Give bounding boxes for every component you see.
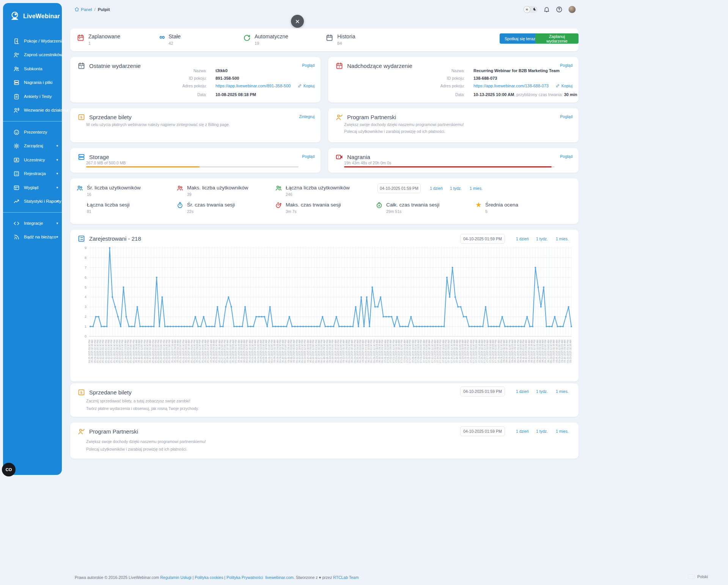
sidebar-item-integracje[interactable]: Integracje ▾ [3,218,62,229]
svg-text:05-20-2025 12:00 PM: 05-20-2025 12:00 PM [157,340,160,363]
sidebar-item-zapros-uczestnikow[interactable]: Zaproś uczestników [3,49,62,60]
date-range-input[interactable] [460,386,505,396]
recordings-usage: 19h 43m 48s of 20h 0m 0s [344,161,391,165]
chevron-down-icon: ▾ [56,221,58,225]
range-1-day-link[interactable]: 1 dzień [516,389,529,394]
svg-text:05-09-2025 02:30 PM: 05-09-2025 02:30 PM [94,340,96,363]
site-link[interactable]: livewebinar.com [265,575,294,580]
field-label: Nazwa: [146,68,207,73]
view-link[interactable]: Pogląd [302,63,314,68]
svg-text:05-24-2025 10:00 AM: 05-24-2025 10:00 AM [204,340,207,363]
sidebar-item-prezenterzy[interactable]: Prezenterzy [3,126,62,138]
range-1-week-link[interactable]: 1 tydz. [536,389,548,394]
sidebar-item-statystyki-i-raporty[interactable]: Statystyki i Raporty ▾ [3,196,62,207]
sidebar-item-pokoje-wydarzenia[interactable]: Pokoje / Wydarzenia [3,35,62,47]
svg-text:06-12-2025 02:30 PM: 06-12-2025 02:30 PM [296,340,298,363]
schedule-event-button[interactable]: Zaplanuj wydarzenie [535,33,579,44]
view-link[interactable]: Pogląd [302,154,314,159]
sidebar-item-label: Subkonta [24,66,42,71]
sidebar-item-label: Statystyki i Raporty [24,199,61,203]
view-link[interactable]: Pogląd [560,63,572,68]
meet-now-button[interactable]: Spotkaj się teraz [500,33,540,44]
sidebar-item-badz-na-biezaco[interactable]: Bądź na bieżąco ▾ [3,231,62,243]
metric-avg-users: Śr. liczba użytkowników16 [76,184,141,197]
sidebar-item-wyglad[interactable]: Wygląd ▾ [3,182,62,193]
sidebar-item-label: Pokoje / Wydarzenia [24,39,64,43]
svg-text:07-24-2025 11:30 AM: 07-24-2025 11:30 AM [478,340,481,363]
range-1-month-link[interactable]: 1 mies. [556,389,569,394]
range-1-month-link[interactable]: 1 mies. [556,237,569,241]
svg-text:07-13-2025 11:00 AM: 07-13-2025 11:00 AM [434,340,436,363]
cookies-policy-link[interactable]: Polityka cookies [195,575,223,580]
range-1-day-link[interactable]: 1 dzień [430,186,443,191]
date-range-input[interactable] [460,234,505,244]
sidebar-item-zarzadzaj[interactable]: Zarządzaj ▾ [3,140,62,151]
svg-text:05-20-2025 01:00 PM: 05-20-2025 01:00 PM [160,340,162,363]
svg-text:06-11-2025 01:00 PM: 06-11-2025 01:00 PM [290,340,292,363]
copy-link[interactable]: Kopiuj [297,84,314,88]
chevron-down-icon: ▾ [56,186,58,189]
recordings-progress-track [344,166,555,167]
svg-text:05-20-2025 04:30 PM: 05-20-2025 04:30 PM [165,340,168,363]
view-link[interactable]: Pogląd [560,114,572,119]
sidebar-item-nagrania-i-pliki[interactable]: Nagrania i pliki [3,77,62,88]
range-1-month-link[interactable]: 1 mies. [556,429,569,434]
svg-text:05-23-2025 04:00 PM: 05-23-2025 04:00 PM [201,340,204,363]
room-url-link[interactable]: https://app.livewebinar.com/138-688-073 [473,84,549,88]
svg-text:06-19-2025 11:30 AM: 06-19-2025 11:30 AM [329,340,331,363]
svg-text:07-10-2025 03:00 PM: 07-10-2025 03:00 PM [425,340,428,363]
svg-text:07-06-2025 11:00 AM: 07-06-2025 11:00 AM [403,340,406,363]
chevron-down-icon: ▾ [56,235,58,239]
sidebar-item-subkonta[interactable]: Subkonta [3,63,62,74]
svg-text:06-27-2025 02:30 PM: 06-27-2025 02:30 PM [370,340,373,363]
home-icon [74,7,79,12]
svg-text:07-04-2025 10:30 AM: 07-04-2025 10:30 AM [398,340,400,363]
infinity-icon: ∞ [159,33,165,46]
view-link[interactable]: Pogląd [560,154,572,159]
range-1-day-link[interactable]: 1 dzień [516,429,529,434]
sidebar-item-uczestnicy[interactable]: Uczestnicy ▾ [3,154,62,166]
svg-text:07-10-2025 11:30 AM: 07-10-2025 11:30 AM [423,340,425,363]
range-1-day-link[interactable]: 1 dzień [516,237,529,241]
range-1-month-link[interactable]: 1 mies. [470,186,483,191]
range-1-week-link[interactable]: 1 tydz. [450,186,462,191]
sidebar-item-ankiety-i-testy[interactable]: Ankiety i Testy [3,91,62,102]
theme-toggle[interactable] [524,6,538,13]
livewebinar-logo[interactable]: LiveWebinar [3,3,62,21]
cookie-widget-button[interactable]: CO [2,463,16,476]
card-description: W celu użycia płatnych webinarow należy … [86,122,230,127]
metric-value: 16 [87,192,141,197]
privacy-policy-link[interactable]: Polityka Prywatności [226,575,263,580]
date-range-input[interactable] [460,426,505,436]
help-icon[interactable] [556,6,563,13]
svg-text:07-23-2025 09:00 AM: 07-23-2025 09:00 AM [475,340,478,363]
svg-text:07-19-2025 12:00 PM: 07-19-2025 12:00 PM [459,340,461,363]
metric-total-users: Łączna liczba użytkowników246 [275,184,350,197]
sidebar-item-wezwanie-do-dzialania[interactable]: Wezwanie do działania [3,104,62,116]
svg-text:06-26-2025 11:00 AM: 06-26-2025 11:00 AM [362,340,364,363]
room-id: 138-688-073 [473,76,497,80]
language-selector[interactable]: Polski [689,574,708,579]
user-avatar[interactable] [568,6,576,13]
metric-label: Śr. liczba użytkowników [87,185,141,191]
close-icon[interactable]: ✕ [291,15,304,28]
svg-text:05-27-2025 12:00 PM: 05-27-2025 12:00 PM [221,340,223,363]
breadcrumb-panel-link[interactable]: Panel [74,7,92,12]
svg-text:07-22-2025 02:30 PM: 07-22-2025 02:30 PM [472,340,475,363]
svg-text:$: $ [80,115,83,119]
svg-text:9: 9 [85,246,86,250]
copy-link[interactable]: Kopiuj [555,84,572,88]
date-range-input[interactable] [377,183,421,193]
integrate-link[interactable]: Zintegruj [299,114,314,119]
svg-text:06-29-2025 11:00 AM: 06-29-2025 11:00 AM [376,340,378,363]
registrations-line-chart: 012345678904-25-2025 09:30 PM05-08-2025 … [76,245,575,378]
room-url-link[interactable]: https://app.livewebinar.com/891-358-500 [215,84,291,88]
terms-link[interactable]: Regulamin Usługi [160,575,191,580]
notifications-bell-icon[interactable] [543,6,550,13]
range-1-week-link[interactable]: 1 tydz. [536,429,548,434]
svg-text:07-30-2025 02:00 PM: 07-30-2025 02:00 PM [494,340,497,363]
sidebar-item-rejestracja[interactable]: Rejestracja ▾ [3,168,62,179]
rtclab-link[interactable]: RTCLab Team [333,575,358,580]
range-1-week-link[interactable]: 1 tydz. [536,237,548,241]
svg-text:06-23-2025 09:00 AM: 06-23-2025 09:00 AM [345,340,348,363]
